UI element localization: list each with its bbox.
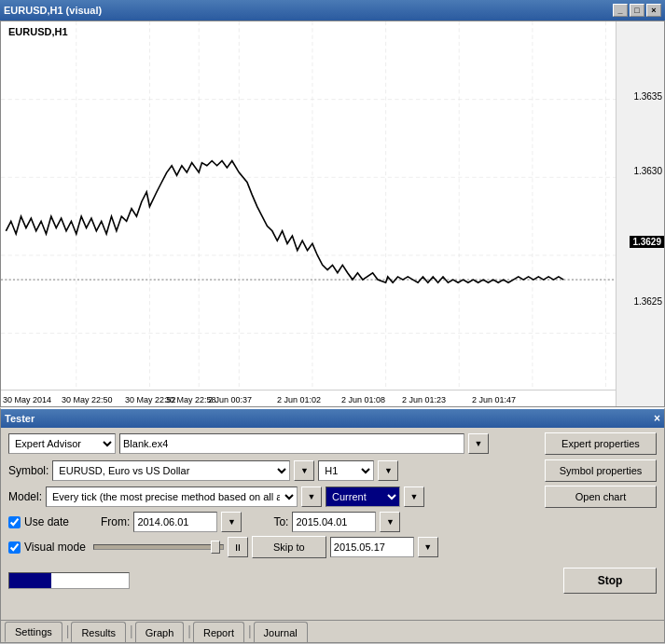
price-chart	[1, 21, 664, 406]
model-mode-select[interactable]: Current	[326, 486, 400, 507]
tab-journal[interactable]: Journal	[254, 622, 308, 642]
to-date-button[interactable]: ▼	[380, 512, 400, 532]
restore-button[interactable]: □	[630, 4, 644, 17]
window-titlebar: EURUSD,H1 (visual) _ □ ×	[0, 0, 665, 21]
expert-properties-button[interactable]: Expert properties	[545, 432, 657, 455]
tab-report[interactable]: Report	[193, 622, 244, 642]
chart-symbol-label: EURUSD,H1	[8, 26, 68, 37]
visual-mode-checkbox[interactable]	[8, 541, 21, 554]
price-axis: 1.3635 1.3630 1.3629 1.3625	[616, 21, 664, 406]
date-row: Use date From: ▼ To: ▼	[1, 510, 664, 534]
skip-to-date-input[interactable]	[330, 537, 414, 557]
use-date-label: Use date	[24, 515, 69, 528]
window-title: EURUSD,H1 (visual)	[4, 5, 102, 16]
expert-advisor-type-select[interactable]: Expert Advisor	[8, 433, 116, 454]
model-mode-dropdown-button[interactable]: ▼	[404, 486, 424, 507]
expert-file-browse-button[interactable]: ▼	[468, 433, 489, 454]
pause-button[interactable]: ⏸	[228, 537, 248, 557]
model-dropdown-button[interactable]: ▼	[301, 486, 322, 507]
symbol-dropdown-button[interactable]: ▼	[294, 460, 314, 481]
tab-separator-1: |	[66, 623, 70, 640]
use-date-checkbox[interactable]	[8, 516, 21, 528]
tester-close-button[interactable]: ×	[654, 412, 660, 425]
skip-to-button[interactable]: Skip to	[252, 536, 326, 558]
from-date-input[interactable]	[133, 512, 217, 532]
time-axis: 30 May 2014 30 May 22:50 30 May 22:52 30…	[1, 390, 616, 406]
chart-area: EURUSD,H1 1.3635 1.3630 1.3629 1.3625 30…	[0, 21, 665, 407]
speed-slider-thumb[interactable]	[211, 541, 220, 554]
use-date-checkbox-group: Use date	[8, 515, 69, 528]
progress-bar-container	[8, 572, 130, 589]
tester-titlebar: Tester ×	[1, 409, 664, 428]
tab-separator-2: |	[130, 623, 133, 640]
tab-results[interactable]: Results	[71, 622, 126, 642]
tab-separator-4: |	[248, 623, 252, 640]
visual-mode-row: Visual mode ⏸ Skip to ▼	[1, 534, 664, 560]
tab-graph[interactable]: Graph	[135, 622, 185, 642]
time-label-8: 2 Jun 01:47	[472, 395, 516, 404]
symbol-label: Symbol:	[8, 464, 48, 477]
price-label-3: 1.3625	[633, 296, 662, 307]
tab-settings[interactable]: Settings	[5, 622, 62, 642]
expert-advisor-row: Expert Advisor ▼ Expert properties	[1, 428, 664, 458]
speed-slider-container	[93, 537, 224, 557]
price-label-2: 1.3630	[633, 166, 662, 176]
from-date-button[interactable]: ▼	[221, 512, 242, 532]
time-label-5: 2 Jun 01:02	[277, 395, 321, 404]
tester-title: Tester	[5, 413, 35, 424]
to-label: To:	[273, 515, 288, 528]
tabs-bar: Settings | Results | Graph | Report | Jo…	[1, 620, 664, 642]
tester-panel: Tester × Expert Advisor ▼ Expert propert…	[0, 407, 665, 643]
time-label-0: 30 May 2014	[3, 395, 51, 404]
time-label-7: 2 Jun 01:23	[402, 395, 446, 404]
skip-to-date-button[interactable]: ▼	[418, 537, 438, 557]
model-label: Model:	[8, 490, 42, 503]
progress-bar-fill	[9, 573, 51, 588]
tab-separator-3: |	[187, 623, 191, 640]
from-label: From:	[101, 515, 130, 528]
timeframe-select[interactable]: H1	[318, 460, 374, 481]
timeframe-dropdown-button[interactable]: ▼	[378, 460, 398, 481]
time-label-1: 30 May 22:50	[62, 395, 113, 404]
symbol-properties-button[interactable]: Symbol properties	[545, 459, 657, 482]
pause-icon: ⏸	[233, 542, 242, 553]
visual-mode-label: Visual mode	[24, 541, 86, 554]
visual-mode-checkbox-group: Visual mode	[8, 541, 86, 554]
open-chart-button[interactable]: Open chart	[545, 486, 657, 508]
stop-button[interactable]: Stop	[563, 568, 657, 594]
symbol-row: Symbol: EURUSD, Euro vs US Dollar ▼ H1 ▼…	[1, 458, 664, 484]
expert-file-input[interactable]	[119, 433, 464, 454]
to-date-input[interactable]	[292, 512, 376, 532]
minimize-button[interactable]: _	[613, 4, 628, 17]
price-label-1: 1.3635	[633, 91, 662, 102]
progress-row: Stop	[1, 565, 664, 596]
close-button[interactable]: ×	[646, 4, 661, 17]
model-row: Model: Every tick (the most precise meth…	[1, 484, 664, 510]
time-label-6: 2 Jun 01:08	[341, 395, 385, 404]
time-label-4: 2 Jun 00:37	[208, 395, 252, 404]
model-select[interactable]: Every tick (the most precise method base…	[46, 486, 298, 507]
price-label-current: 1.3629	[630, 236, 664, 248]
symbol-select[interactable]: EURUSD, Euro vs US Dollar	[52, 460, 290, 481]
window-controls: _ □ ×	[613, 4, 661, 17]
speed-slider-track	[93, 544, 224, 550]
